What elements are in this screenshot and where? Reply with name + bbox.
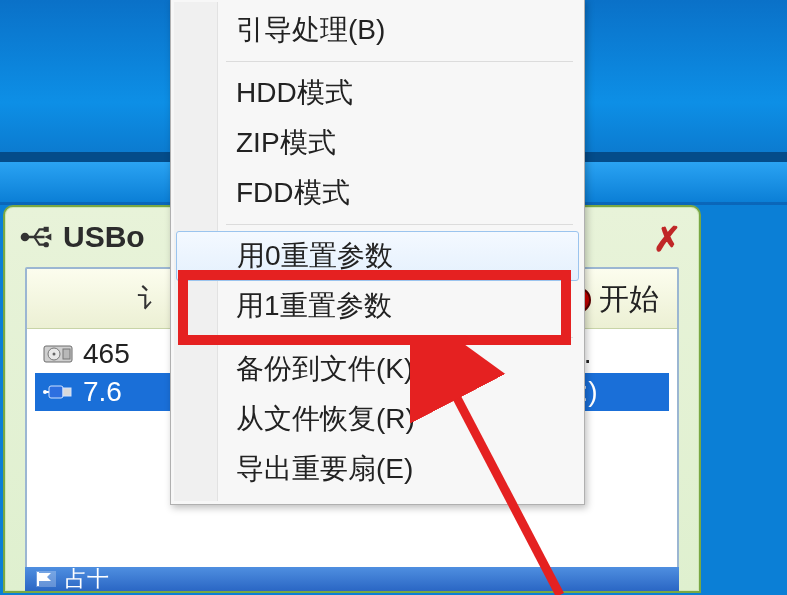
menu-item[interactable]: 用0重置参数 xyxy=(176,231,579,281)
svg-rect-1 xyxy=(44,227,49,232)
context-menu: 引导处理(B)HDD模式ZIP模式FDD模式用0重置参数用1重置参数备份到文件(… xyxy=(170,0,585,505)
status-text: 占十 xyxy=(65,564,109,594)
menu-item[interactable]: 从文件恢复(R) xyxy=(174,394,581,444)
menu-separator xyxy=(226,61,573,62)
status-strip: 占十 xyxy=(25,567,679,591)
svg-rect-6 xyxy=(63,349,70,359)
flag-icon xyxy=(35,570,57,588)
hdd-icon xyxy=(43,343,73,365)
window-title: USBo xyxy=(63,220,145,254)
menu-item[interactable]: 引导处理(B) xyxy=(174,5,581,55)
svg-point-5 xyxy=(53,353,56,356)
toolbar-left-text: 讠 xyxy=(137,280,165,318)
menu-item[interactable]: 备份到文件(K) xyxy=(174,344,581,394)
svg-rect-8 xyxy=(49,386,63,398)
start-label: 开始 xyxy=(599,279,659,320)
menu-item[interactable]: HDD模式 xyxy=(174,68,581,118)
menu-item[interactable]: 导出重要扇(E) xyxy=(174,444,581,494)
svg-rect-9 xyxy=(63,388,71,396)
usb-drive-icon xyxy=(43,381,73,403)
svg-point-2 xyxy=(43,242,48,247)
menu-separator xyxy=(226,224,573,225)
menu-separator xyxy=(226,337,573,338)
close-button[interactable]: ✗ xyxy=(653,219,681,259)
menu-item[interactable]: FDD模式 xyxy=(174,168,581,218)
usb-icon xyxy=(19,222,53,252)
menu-item[interactable]: ZIP模式 xyxy=(174,118,581,168)
menu-item[interactable]: 用1重置参数 xyxy=(174,281,581,331)
svg-point-7 xyxy=(43,390,47,394)
